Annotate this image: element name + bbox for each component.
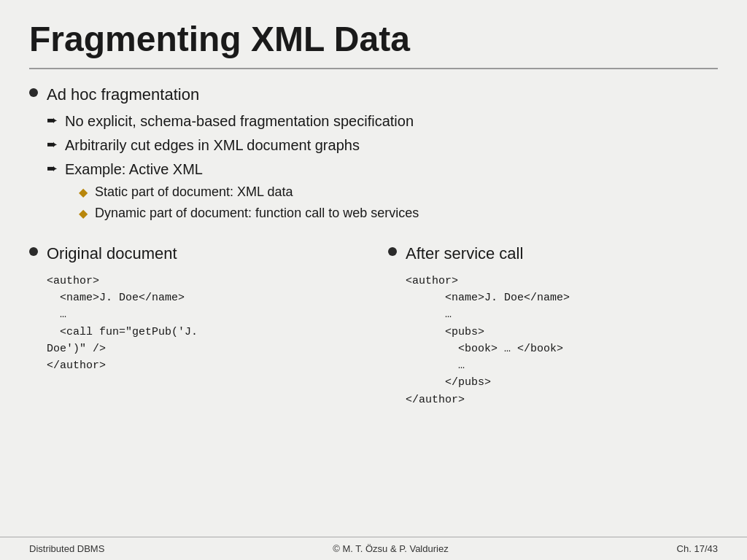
col-left-header-text: Original document xyxy=(47,243,177,265)
bullet-adhoc-text: Ad hoc fragmentation xyxy=(47,84,199,106)
arrow-icon-1: ➨ xyxy=(47,112,58,128)
bullet-dynamic: ◆ Dynamic part of document: function cal… xyxy=(79,204,718,222)
column-left: Original document <author> <name>J. Doe<… xyxy=(29,243,374,537)
sub-bullets-adhoc: ➨ No explicit, schema-based fragmentatio… xyxy=(47,111,718,222)
column-right: After service call <author> <name>J. Doe… xyxy=(374,243,718,537)
bullet-static-text: Static part of document: XML data xyxy=(95,183,293,201)
bullet-adhoc: Ad hoc fragmentation ➨ No explicit, sche… xyxy=(29,84,718,225)
divider xyxy=(29,68,718,69)
footer-center: © M. T. Özsu & P. Valduriez xyxy=(333,543,448,554)
title-area: Fragmenting XML Data xyxy=(0,0,747,68)
col-left-code: <author> <name>J. Doe</name> … <call fun… xyxy=(47,273,359,375)
sub-sub-bullets: ◆ Static part of document: XML data ◆ Dy… xyxy=(79,183,718,222)
bullet-dot-adhoc xyxy=(29,88,38,97)
footer-left: Distributed DBMS xyxy=(29,543,104,554)
footer: Distributed DBMS © M. T. Özsu & P. Valdu… xyxy=(0,537,747,560)
col-left-dot xyxy=(29,247,38,256)
col-right-header-text: After service call xyxy=(406,243,523,265)
bullet-dynamic-text: Dynamic part of document: function call … xyxy=(95,204,419,222)
bullet-adhoc-header: Ad hoc fragmentation xyxy=(29,84,718,106)
two-column-section: Original document <author> <name>J. Doe<… xyxy=(29,243,718,537)
bullet-static: ◆ Static part of document: XML data xyxy=(79,183,718,201)
bullet-arbitrarily-text: Arbitrarily cut edges in XML document gr… xyxy=(65,135,360,155)
arrow-icon-2: ➨ xyxy=(47,136,58,152)
bullet-example: ➨ Example: Active XML xyxy=(47,159,718,179)
slide-title: Fragmenting XML Data xyxy=(29,20,718,59)
col-right-header: After service call xyxy=(388,243,718,265)
arrow-icon-3: ➨ xyxy=(47,160,58,176)
footer-right: Ch. 17/43 xyxy=(677,543,718,554)
bullet-no-explicit: ➨ No explicit, schema-based fragmentatio… xyxy=(47,111,718,131)
content-area: Ad hoc fragmentation ➨ No explicit, sche… xyxy=(0,84,747,537)
bullet-example-text: Example: Active XML xyxy=(65,159,203,179)
bullet-no-explicit-text: No explicit, schema-based fragmentation … xyxy=(65,111,414,131)
col-right-code: <author> <name>J. Doe</name> … <pubs> <b… xyxy=(406,273,718,408)
slide-container: Fragmenting XML Data Ad hoc fragmentatio… xyxy=(0,0,747,560)
bullet-arbitrarily: ➨ Arbitrarily cut edges in XML document … xyxy=(47,135,718,155)
diamond-icon-1: ◆ xyxy=(79,185,88,199)
col-right-dot xyxy=(388,247,397,256)
diamond-icon-2: ◆ xyxy=(79,206,88,220)
col-left-header: Original document xyxy=(29,243,359,265)
